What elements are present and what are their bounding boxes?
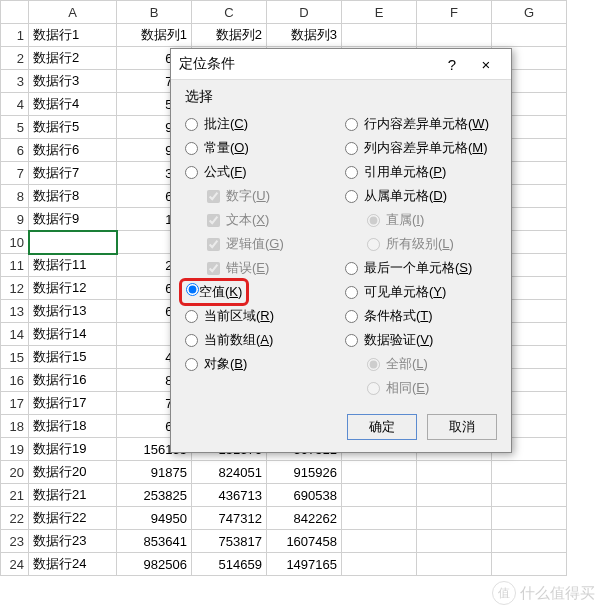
cell[interactable] bbox=[342, 461, 417, 484]
row-header[interactable]: 1 bbox=[1, 24, 29, 47]
cell[interactable]: 数据行16 bbox=[29, 369, 117, 392]
cell[interactable] bbox=[492, 553, 567, 576]
cell[interactable]: 915926 bbox=[267, 461, 342, 484]
select-all-corner[interactable] bbox=[1, 1, 29, 24]
cell[interactable]: 数据行20 bbox=[29, 461, 117, 484]
row-header[interactable]: 3 bbox=[1, 70, 29, 93]
col-header-A[interactable]: A bbox=[29, 1, 117, 24]
cell[interactable]: 753817 bbox=[192, 530, 267, 553]
row-header[interactable]: 5 bbox=[1, 116, 29, 139]
cell[interactable]: 91875 bbox=[117, 461, 192, 484]
row-header[interactable]: 16 bbox=[1, 369, 29, 392]
option-引用单元格[interactable] bbox=[345, 166, 358, 179]
option-objects[interactable] bbox=[185, 358, 198, 371]
cell[interactable] bbox=[342, 530, 417, 553]
cell[interactable]: 数据列2 bbox=[192, 24, 267, 47]
cell[interactable]: 数据行17 bbox=[29, 392, 117, 415]
option-最后一个单元格[interactable] bbox=[345, 262, 358, 275]
option-array[interactable] bbox=[185, 334, 198, 347]
close-icon[interactable]: × bbox=[469, 56, 503, 73]
row-header[interactable]: 12 bbox=[1, 277, 29, 300]
cell[interactable]: 数据行22 bbox=[29, 507, 117, 530]
cell[interactable]: 数据行2 bbox=[29, 47, 117, 70]
row-header[interactable]: 2 bbox=[1, 47, 29, 70]
row-header[interactable]: 19 bbox=[1, 438, 29, 461]
row-header[interactable]: 18 bbox=[1, 415, 29, 438]
row-header[interactable]: 24 bbox=[1, 553, 29, 576]
cell[interactable]: 853641 bbox=[117, 530, 192, 553]
row-header[interactable]: 22 bbox=[1, 507, 29, 530]
cell[interactable]: 253825 bbox=[117, 484, 192, 507]
option-constants[interactable] bbox=[185, 142, 198, 155]
row-header[interactable]: 9 bbox=[1, 208, 29, 231]
row-header[interactable]: 4 bbox=[1, 93, 29, 116]
cell[interactable]: 数据行1 bbox=[29, 24, 117, 47]
cell[interactable]: 数据行14 bbox=[29, 323, 117, 346]
row-header[interactable]: 14 bbox=[1, 323, 29, 346]
cell[interactable]: 94950 bbox=[117, 507, 192, 530]
cell[interactable] bbox=[417, 24, 492, 47]
cell[interactable]: 数据行5 bbox=[29, 116, 117, 139]
cell[interactable] bbox=[492, 507, 567, 530]
row-header[interactable]: 11 bbox=[1, 254, 29, 277]
option-可见单元格[interactable] bbox=[345, 286, 358, 299]
col-header-G[interactable]: G bbox=[492, 1, 567, 24]
cell[interactable] bbox=[417, 553, 492, 576]
col-header-D[interactable]: D bbox=[267, 1, 342, 24]
cell[interactable]: 842262 bbox=[267, 507, 342, 530]
cell[interactable] bbox=[492, 461, 567, 484]
cell[interactable]: 数据行6 bbox=[29, 139, 117, 162]
option-条件格式[interactable] bbox=[345, 310, 358, 323]
option-formulas[interactable] bbox=[185, 166, 198, 179]
option-comment[interactable] bbox=[185, 118, 198, 131]
help-icon[interactable]: ? bbox=[435, 56, 469, 73]
cell[interactable] bbox=[342, 553, 417, 576]
cell[interactable]: 数据行15 bbox=[29, 346, 117, 369]
cell[interactable] bbox=[492, 24, 567, 47]
cell[interactable] bbox=[417, 507, 492, 530]
cell[interactable]: 982506 bbox=[117, 553, 192, 576]
cell[interactable] bbox=[417, 484, 492, 507]
cell[interactable]: 1607458 bbox=[267, 530, 342, 553]
cell[interactable]: 1497165 bbox=[267, 553, 342, 576]
cell[interactable]: 数据行13 bbox=[29, 300, 117, 323]
cell[interactable]: 数据行11 bbox=[29, 254, 117, 277]
col-header-C[interactable]: C bbox=[192, 1, 267, 24]
col-header-B[interactable]: B bbox=[117, 1, 192, 24]
row-header[interactable]: 17 bbox=[1, 392, 29, 415]
cell[interactable]: 数据列1 bbox=[117, 24, 192, 47]
row-header[interactable]: 20 bbox=[1, 461, 29, 484]
cell[interactable] bbox=[492, 484, 567, 507]
row-header[interactable]: 8 bbox=[1, 185, 29, 208]
row-header[interactable]: 10 bbox=[1, 231, 29, 254]
option-region[interactable] bbox=[185, 310, 198, 323]
cell[interactable]: 数据行7 bbox=[29, 162, 117, 185]
cell[interactable] bbox=[342, 484, 417, 507]
cell[interactable] bbox=[417, 461, 492, 484]
option-行内容差异单元格[interactable] bbox=[345, 118, 358, 131]
cell[interactable]: 514659 bbox=[192, 553, 267, 576]
option-数据验证[interactable] bbox=[345, 334, 358, 347]
row-header[interactable]: 21 bbox=[1, 484, 29, 507]
cell[interactable]: 数据列3 bbox=[267, 24, 342, 47]
cell[interactable]: 数据行23 bbox=[29, 530, 117, 553]
row-header[interactable]: 15 bbox=[1, 346, 29, 369]
cell[interactable]: 数据行9 bbox=[29, 208, 117, 231]
cell[interactable]: 数据行18 bbox=[29, 415, 117, 438]
row-header[interactable]: 7 bbox=[1, 162, 29, 185]
col-header-E[interactable]: E bbox=[342, 1, 417, 24]
cell[interactable]: 数据行21 bbox=[29, 484, 117, 507]
option-blanks[interactable] bbox=[186, 283, 199, 296]
ok-button[interactable]: 确定 bbox=[347, 414, 417, 440]
cell[interactable]: 数据行3 bbox=[29, 70, 117, 93]
cell[interactable]: 数据行4 bbox=[29, 93, 117, 116]
cell[interactable]: 数据行8 bbox=[29, 185, 117, 208]
cell[interactable]: 824051 bbox=[192, 461, 267, 484]
cancel-button[interactable]: 取消 bbox=[427, 414, 497, 440]
cell[interactable] bbox=[417, 530, 492, 553]
cell[interactable]: 747312 bbox=[192, 507, 267, 530]
cell[interactable] bbox=[492, 530, 567, 553]
cell[interactable] bbox=[29, 231, 117, 254]
cell[interactable] bbox=[342, 507, 417, 530]
cell[interactable]: 690538 bbox=[267, 484, 342, 507]
